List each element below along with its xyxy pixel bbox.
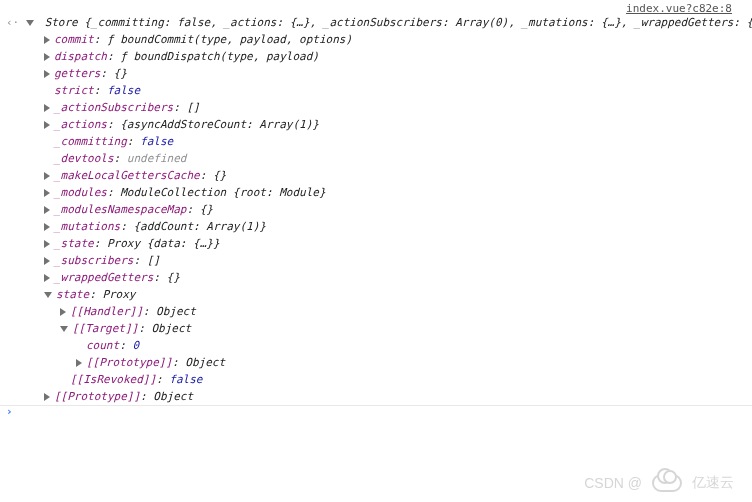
property-row[interactable]: [[Prototype]]: Object — [26, 388, 742, 405]
property-value: false — [107, 84, 140, 97]
chevron-right-icon[interactable] — [44, 393, 50, 401]
cloud-icon — [652, 474, 682, 492]
property-row[interactable]: dispatch: ƒ boundDispatch(type, payload) — [26, 48, 742, 65]
separator: : — [120, 220, 133, 233]
chevron-down-icon[interactable] — [60, 326, 68, 332]
separator: : — [156, 373, 169, 386]
console-output: Store {_committing: false, _actions: {…}… — [0, 0, 752, 405]
chevron-right-icon[interactable] — [44, 104, 50, 112]
source-link[interactable]: index.vue?c82e:8 — [626, 2, 732, 15]
property-key: _actions — [54, 118, 107, 131]
property-key: _state — [54, 237, 94, 250]
property-key: _modulesNamespaceMap — [54, 203, 186, 216]
separator: : — [186, 203, 199, 216]
chevron-down-icon[interactable] — [26, 20, 34, 26]
property-key: [[Target]] — [72, 322, 138, 335]
property-key: [[Handler]] — [70, 305, 143, 318]
chevron-right-icon[interactable] — [44, 70, 50, 78]
property-row[interactable]: _mutations: {addCount: Array(1)} — [26, 218, 742, 235]
property-row[interactable]: _subscribers: [] — [26, 252, 742, 269]
property-key: _wrappedGetters — [54, 271, 153, 284]
object-summary: Store {_committing: false, _actions: {…}… — [45, 16, 752, 29]
property-value: Proxy — [102, 288, 135, 301]
separator: : — [153, 271, 166, 284]
chevron-right-icon[interactable] — [60, 308, 66, 316]
property-row[interactable]: _modules: ModuleCollection {root: Module… — [26, 184, 742, 201]
property-value: ModuleCollection {root: Module} — [120, 186, 325, 199]
separator: : — [107, 118, 120, 131]
property-row[interactable]: _actionSubscribers: [] — [26, 99, 742, 116]
property-key: count — [86, 339, 119, 352]
separator: : — [138, 322, 151, 335]
property-key: _committing — [54, 135, 127, 148]
property-key: _actionSubscribers — [54, 101, 173, 114]
separator: : — [119, 339, 132, 352]
property-value: [] — [147, 254, 160, 267]
separator: : — [173, 101, 186, 114]
separator: : — [94, 33, 107, 46]
property-row[interactable]: strict: false — [26, 82, 742, 99]
property-key: _makeLocalGettersCache — [54, 169, 200, 182]
property-key: _devtools — [54, 152, 114, 165]
property-row[interactable]: getters: {} — [26, 65, 742, 82]
property-key: _subscribers — [54, 254, 133, 267]
separator: : — [172, 356, 185, 369]
log-entry-arrow: ‹· — [6, 16, 19, 29]
property-row[interactable]: _state: Proxy {data: {…}} — [26, 235, 742, 252]
property-value: {} — [114, 67, 127, 80]
property-row[interactable]: _actions: {asyncAddStoreCount: Array(1)} — [26, 116, 742, 133]
property-row[interactable]: [[Target]]: Object — [26, 320, 742, 337]
separator: : — [114, 152, 127, 165]
property-value: Proxy {data: {…}} — [107, 237, 220, 250]
property-row[interactable]: _committing: false — [26, 133, 742, 150]
property-value: false — [169, 373, 202, 386]
property-key: _mutations — [54, 220, 120, 233]
property-row[interactable]: [[IsRevoked]]: false — [26, 371, 742, 388]
property-value: 0 — [132, 339, 139, 352]
property-value: [] — [186, 101, 199, 114]
property-value: Object — [156, 305, 196, 318]
watermark-left: CSDN @ — [584, 475, 642, 491]
console-prompt[interactable]: › — [6, 405, 13, 418]
property-value: {} — [200, 203, 213, 216]
chevron-right-icon[interactable] — [44, 223, 50, 231]
property-row[interactable]: commit: ƒ boundCommit(type, payload, opt… — [26, 31, 742, 48]
property-row[interactable]: [[Handler]]: Object — [26, 303, 742, 320]
chevron-right-icon[interactable] — [44, 121, 50, 129]
object-header-row[interactable]: Store {_committing: false, _actions: {…}… — [26, 14, 742, 31]
property-row[interactable]: _makeLocalGettersCache: {} — [26, 167, 742, 184]
chevron-right-icon[interactable] — [44, 36, 50, 44]
separator: : — [140, 390, 153, 403]
property-key: commit — [54, 33, 94, 46]
chevron-down-icon[interactable] — [44, 292, 52, 298]
property-row[interactable]: _wrappedGetters: {} — [26, 269, 742, 286]
property-row[interactable]: count: 0 — [26, 337, 742, 354]
separator: : — [127, 135, 140, 148]
chevron-right-icon[interactable] — [44, 206, 50, 214]
property-value: {} — [213, 169, 226, 182]
watermark: CSDN @ 亿速云 — [584, 474, 734, 492]
chevron-right-icon[interactable] — [44, 189, 50, 197]
separator: : — [107, 186, 120, 199]
chevron-right-icon[interactable] — [76, 359, 82, 367]
property-row[interactable]: [[Prototype]]: Object — [26, 354, 742, 371]
property-value: {asyncAddStoreCount: Array(1)} — [120, 118, 319, 131]
chevron-right-icon[interactable] — [44, 257, 50, 265]
property-row[interactable]: _modulesNamespaceMap: {} — [26, 201, 742, 218]
property-row[interactable]: _devtools: undefined — [26, 150, 742, 167]
property-key: state — [56, 288, 89, 301]
property-value: ƒ boundCommit(type, payload, options) — [107, 33, 352, 46]
property-key: _modules — [54, 186, 107, 199]
property-value: Object — [153, 390, 193, 403]
chevron-right-icon[interactable] — [44, 240, 50, 248]
chevron-right-icon[interactable] — [44, 53, 50, 61]
chevron-right-icon[interactable] — [44, 274, 50, 282]
property-value: undefined — [127, 152, 187, 165]
property-key: getters — [54, 67, 100, 80]
chevron-right-icon[interactable] — [44, 172, 50, 180]
separator: : — [94, 84, 107, 97]
property-value: false — [140, 135, 173, 148]
separator: : — [200, 169, 213, 182]
property-row[interactable]: state: Proxy — [26, 286, 742, 303]
watermark-right: 亿速云 — [692, 474, 734, 492]
